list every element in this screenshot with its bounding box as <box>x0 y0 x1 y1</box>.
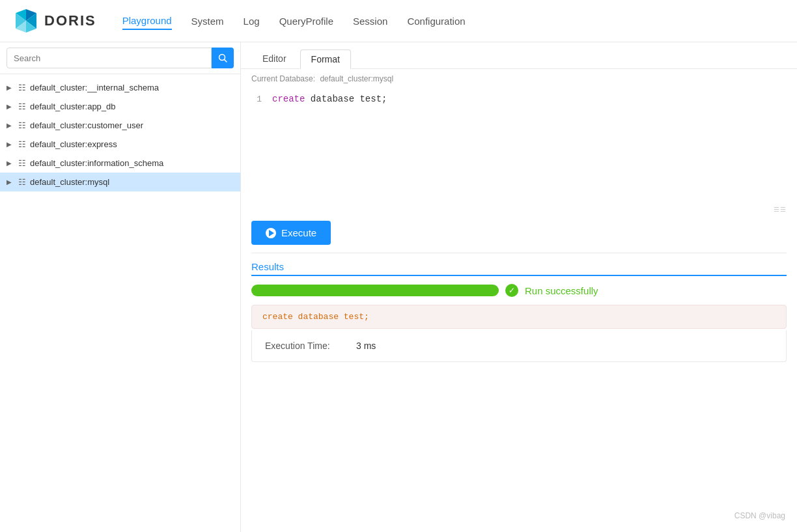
db-item-mysql[interactable]: ▶ ☷ default_cluster:mysql <box>0 173 240 191</box>
database-list: ▶ ☷ default_cluster:__internal_schema ▶ … <box>0 74 240 532</box>
db-icon: ☷ <box>18 83 26 92</box>
db-name: default_cluster:__internal_schema <box>30 83 159 92</box>
success-check-icon: ✓ <box>505 284 518 297</box>
execution-time-box: Execution Time: 3 ms <box>251 330 787 362</box>
results-title: Results <box>251 261 787 276</box>
main-layout: ▶ ☷ default_cluster:__internal_schema ▶ … <box>0 42 797 532</box>
db-item-app-db[interactable]: ▶ ☷ default_cluster:app_db <box>0 97 240 116</box>
nav-system[interactable]: System <box>191 13 224 29</box>
db-item-internal-schema[interactable]: ▶ ☷ default_cluster:__internal_schema <box>0 78 240 97</box>
current-db-label: Current Database: <box>251 74 315 83</box>
expand-arrow: ▶ <box>7 178 14 186</box>
db-item-customer-user[interactable]: ▶ ☷ default_cluster:customer_user <box>0 116 240 135</box>
expand-arrow: ▶ <box>7 122 14 129</box>
db-name: default_cluster:information_schema <box>30 158 163 168</box>
main-nav: Playground System Log QueryProfile Sessi… <box>122 12 466 30</box>
db-icon: ☷ <box>18 102 26 111</box>
sql-result-text: create database test; <box>262 312 369 322</box>
db-name: default_cluster:mysql <box>30 177 109 187</box>
db-icon: ☷ <box>18 120 26 130</box>
nav-configuration[interactable]: Configuration <box>407 13 465 29</box>
expand-arrow: ▶ <box>7 160 14 167</box>
resize-handle[interactable]: ☰☰ <box>774 206 787 213</box>
db-icon: ☷ <box>18 158 26 168</box>
success-text: Run successfully <box>525 285 598 296</box>
editor-tabs: Editor Format <box>241 42 797 69</box>
nav-queryprofile[interactable]: QueryProfile <box>279 13 333 29</box>
current-db-value: default_cluster:mysql <box>320 74 393 83</box>
search-button[interactable] <box>212 48 234 68</box>
db-name: default_cluster:app_db <box>30 102 116 111</box>
success-progress-bar <box>251 285 499 296</box>
search-input[interactable] <box>7 48 212 68</box>
header: DORIS Playground System Log QueryProfile… <box>0 0 797 42</box>
code-editor[interactable]: 1 create database test; <box>241 89 797 167</box>
svg-line-7 <box>225 60 227 63</box>
code-content: create database test; <box>272 91 387 107</box>
db-name: default_cluster:customer_user <box>30 120 143 130</box>
results-section: Results ✓ Run successfully create databa… <box>241 253 797 532</box>
code-line-1: 1 create database test; <box>251 91 787 107</box>
content-area: Editor Format Current Database: default_… <box>241 42 797 532</box>
search-bar <box>0 42 240 74</box>
execute-label: Execute <box>281 227 316 238</box>
play-icon <box>266 228 276 238</box>
play-triangle <box>269 230 274 236</box>
tab-editor[interactable]: Editor <box>251 49 298 68</box>
nav-session[interactable]: Session <box>353 13 387 29</box>
nav-log[interactable]: Log <box>244 13 260 29</box>
execute-area: Execute <box>241 213 797 253</box>
keyword-database: database <box>311 94 354 104</box>
exec-time-value: 3 ms <box>356 341 376 351</box>
doris-logo-icon <box>13 8 39 34</box>
nav-playground[interactable]: Playground <box>122 12 172 30</box>
code-identifier: test; <box>359 94 387 104</box>
db-item-express[interactable]: ▶ ☷ default_cluster:express <box>0 135 240 154</box>
expand-arrow: ▶ <box>7 84 14 91</box>
exec-time-label: Execution Time: <box>265 341 356 351</box>
sidebar: ▶ ☷ default_cluster:__internal_schema ▶ … <box>0 42 241 532</box>
expand-arrow: ▶ <box>7 103 14 110</box>
db-icon: ☷ <box>18 139 26 149</box>
execute-button[interactable]: Execute <box>251 221 331 245</box>
search-icon <box>218 53 227 63</box>
resize-area: ☰☰ <box>241 167 797 213</box>
db-icon: ☷ <box>18 177 26 187</box>
logo: DORIS <box>13 8 96 34</box>
tab-format[interactable]: Format <box>300 49 351 69</box>
logo-text: DORIS <box>44 12 96 29</box>
sql-result-box: create database test; <box>251 305 787 329</box>
expand-arrow: ▶ <box>7 141 14 148</box>
db-name: default_cluster:express <box>30 139 117 149</box>
db-item-information-schema[interactable]: ▶ ☷ default_cluster:information_schema <box>0 154 240 173</box>
success-bar-row: ✓ Run successfully <box>251 284 787 297</box>
keyword-create: create <box>272 94 305 104</box>
current-db-bar: Current Database: default_cluster:mysql <box>241 69 797 89</box>
line-number: 1 <box>251 92 262 107</box>
